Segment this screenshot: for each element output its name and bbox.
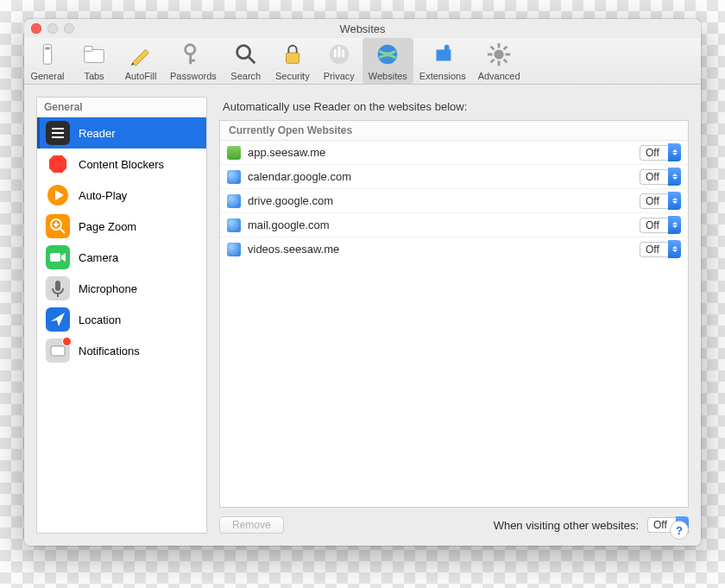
websites-pane: Automatically use Reader on the websites… [219,97,689,534]
sidebar-item-label: Reader [79,127,116,140]
svg-rect-6 [189,60,195,62]
website-domain: videos.seesaw.me [248,243,633,256]
toolbar-security[interactable]: Security [269,38,316,84]
stepper-arrows-icon [668,240,681,258]
website-row[interactable]: drive.google.com Off [220,189,688,213]
toolbar-privacy[interactable]: Privacy [316,38,362,84]
sidebar-item-pagezoom[interactable]: Page Zoom [37,211,206,242]
remove-button[interactable]: Remove [219,516,284,534]
sidebar-item-location[interactable]: Location [37,304,206,335]
websites-sidebar: General ReaderContent BlockersAuto-PlayP… [36,97,207,534]
toolbar-label: Advanced [478,71,520,81]
toolbar-autofill[interactable]: AutoFill [117,38,164,84]
toolbar-general[interactable]: General [24,38,71,84]
svg-rect-37 [55,281,60,291]
svg-rect-5 [189,53,192,64]
badge-dot-icon [63,338,71,345]
contentblockers-icon [46,152,70,176]
globe-icon [375,41,400,69]
website-setting-select[interactable]: Off [640,168,681,185]
svg-line-20 [504,47,508,50]
website-setting-select[interactable]: Off [640,217,681,233]
autoplay-icon [46,183,70,207]
camera-icon [46,245,70,269]
stepper-arrows-icon [668,143,681,161]
website-domain: drive.google.com [248,194,633,207]
other-websites-label: When visiting other websites: [494,519,639,532]
sidebar-item-contentblockers[interactable]: Content Blockers [37,149,206,180]
website-setting-value: Off [640,242,668,257]
svg-rect-34 [50,253,60,262]
toolbar-advanced[interactable]: Advanced [472,38,526,84]
switch-icon [35,41,60,69]
toolbar-websites[interactable]: Websites [362,38,413,84]
sidebar-item-label: Location [79,313,121,326]
sidebar-item-notifications[interactable]: Notifications [37,335,206,366]
gear-icon [486,41,512,69]
svg-point-12 [495,49,504,59]
website-row[interactable]: calendar.google.com Off [220,165,688,189]
key-icon [180,41,206,69]
pane-heading: Automatically use Reader on the websites… [223,100,689,113]
toolbar-label: Security [275,71,310,81]
website-row[interactable]: videos.seesaw.me Off [220,237,688,261]
favicon-icon [227,146,241,160]
stepper-arrows-icon [668,216,681,234]
sidebar-item-autoplay[interactable]: Auto-Play [37,180,206,211]
website-setting-select[interactable]: Off [640,241,681,257]
sidebar-item-label: Page Zoom [79,220,136,233]
preferences-toolbar: GeneralTabsAutoFillPasswordsSearchSecuri… [24,38,701,85]
toolbar-extensions[interactable]: Extensions [413,38,472,84]
svg-rect-42 [51,346,65,356]
website-setting-value: Off [640,193,668,209]
titlebar: Websites [24,19,701,38]
stepper-arrows-icon [668,168,681,186]
preferences-window: Websites GeneralTabsAutoFillPasswordsSea… [24,19,701,546]
svg-rect-28 [46,214,70,238]
website-setting-select[interactable]: Off [640,144,681,161]
svg-line-18 [504,60,508,63]
website-setting-value: Off [640,145,668,161]
favicon-icon [227,218,241,232]
website-domain: app.seesaw.me [248,146,633,159]
sidebar-item-camera[interactable]: Camera [37,242,206,273]
favicon-icon [227,243,241,256]
svg-rect-1 [45,47,50,50]
help-button[interactable]: ? [670,521,689,540]
toolbar-search[interactable]: Search [223,38,269,84]
toolbar-label: General [30,71,64,81]
toolbar-tabs[interactable]: Tabs [71,38,117,84]
hand-icon [326,41,352,69]
pencil-icon [128,41,154,69]
tabs-icon [81,41,107,69]
sidebar-item-reader[interactable]: Reader [37,117,206,149]
svg-marker-25 [49,155,66,173]
toolbar-label: Privacy [324,71,355,81]
svg-line-17 [491,47,495,50]
toolbar-label: Tabs [84,71,104,81]
magnifier-icon [233,41,259,69]
websites-table: Currently Open Websites app.seesaw.me Of… [219,120,689,508]
website-setting-value: Off [640,218,668,233]
svg-rect-3 [85,47,92,52]
pagezoom-icon [46,214,70,238]
sidebar-item-label: Camera [79,251,118,264]
sidebar-item-microphone[interactable]: Microphone [37,273,206,304]
svg-line-19 [491,60,495,63]
sidebar-item-label: Content Blockers [79,158,164,171]
website-domain: calendar.google.com [248,170,633,183]
location-icon [46,307,70,332]
website-setting-value: Off [640,169,668,185]
sidebar-item-label: Auto-Play [79,189,127,202]
table-header: Currently Open Websites [220,121,688,141]
toolbar-passwords[interactable]: Passwords [164,38,223,84]
toolbar-label: AutoFill [125,71,157,81]
website-row[interactable]: app.seesaw.me Off [220,141,688,165]
notifications-icon [46,338,70,363]
website-setting-select[interactable]: Off [640,193,681,209]
website-row[interactable]: mail.google.com Off [220,213,688,237]
svg-point-7 [236,46,249,59]
toolbar-label: Extensions [419,71,466,81]
toolbar-label: Websites [369,71,407,81]
website-domain: mail.google.com [248,218,633,231]
